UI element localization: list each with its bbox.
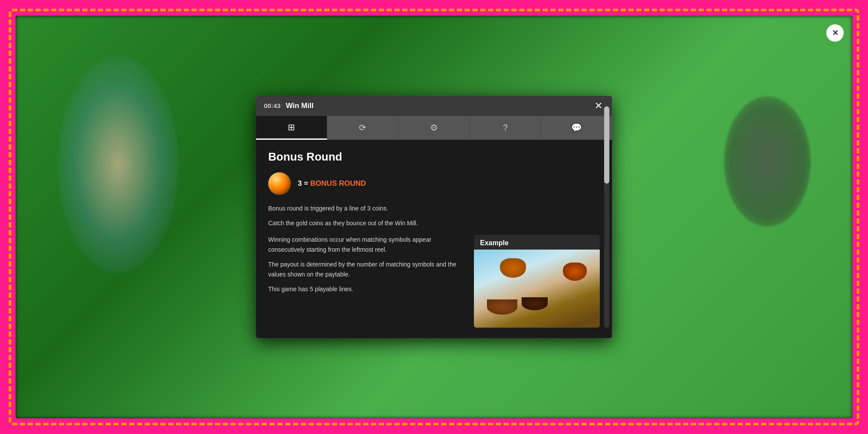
modal-timer: 00:43 xyxy=(264,102,280,109)
tab-autoplay[interactable]: ⟳ xyxy=(327,116,398,140)
tab-chat[interactable]: 💬 xyxy=(541,116,612,140)
tab-settings[interactable]: ⚙ xyxy=(398,116,470,140)
settings-icon: ⚙ xyxy=(430,122,438,133)
paytable-icon: ⊞ xyxy=(288,122,295,132)
external-close-button[interactable]: ✕ xyxy=(826,24,844,42)
burger-icon-2 xyxy=(563,263,587,281)
modal-title: Win Mill xyxy=(286,102,313,110)
lower-section: Winning combinations occur when matching… xyxy=(268,235,600,328)
coin-count-label: 3 = BONUS ROUND xyxy=(298,179,366,188)
example-box: Example xyxy=(474,235,600,328)
desc-line-4: The payout is determined by the number o… xyxy=(268,260,464,279)
modal-header: 00:43 Win Mill ✕ xyxy=(256,96,612,116)
coin-row: 3 = BONUS ROUND xyxy=(268,172,600,195)
desc-line-3: Winning combinations occur when matching… xyxy=(268,235,464,254)
section-title: Bonus Round xyxy=(268,150,600,164)
outer-border: ✕ 00:43 Win Mill ✕ ⊞ ⟳ ⚙ xyxy=(9,9,859,425)
tab-help[interactable]: ? xyxy=(470,116,541,140)
modal-dialog: 00:43 Win Mill ✕ ⊞ ⟳ ⚙ ? xyxy=(256,96,612,339)
modal-tabs: ⊞ ⟳ ⚙ ? 💬 xyxy=(256,116,612,140)
scrollbar-thumb xyxy=(604,106,609,184)
bowl-icon-1 xyxy=(487,299,517,315)
burger-icon-1 xyxy=(500,258,526,278)
desc-line-2: Catch the gold coins as they bounce out … xyxy=(268,218,600,228)
autoplay-icon: ⟳ xyxy=(359,122,366,133)
help-icon: ? xyxy=(503,123,508,133)
modal-body: Bonus Round 3 = BONUS ROUND Bonus round … xyxy=(256,140,612,339)
bowl-icon-2 xyxy=(522,297,548,310)
desc-line-5: This game has 5 playable lines. xyxy=(268,284,464,294)
example-title: Example xyxy=(474,235,600,250)
scrollbar[interactable] xyxy=(604,106,609,328)
background-reel xyxy=(724,96,811,227)
desc-line-1: Bonus round is triggered by a line of 3 … xyxy=(268,204,600,213)
game-area: ✕ 00:43 Win Mill ✕ ⊞ ⟳ ⚙ xyxy=(16,16,852,418)
chat-icon: 💬 xyxy=(571,122,582,133)
coin-icon xyxy=(268,172,291,195)
left-description: Winning combinations occur when matching… xyxy=(268,235,464,328)
modal-header-left: 00:43 Win Mill xyxy=(264,102,313,110)
example-image xyxy=(474,250,600,328)
bonus-round-label: BONUS ROUND xyxy=(310,179,366,187)
modal-close-button[interactable]: ✕ xyxy=(593,101,604,111)
tab-paytable[interactable]: ⊞ xyxy=(256,116,327,140)
background-character xyxy=(57,56,179,273)
